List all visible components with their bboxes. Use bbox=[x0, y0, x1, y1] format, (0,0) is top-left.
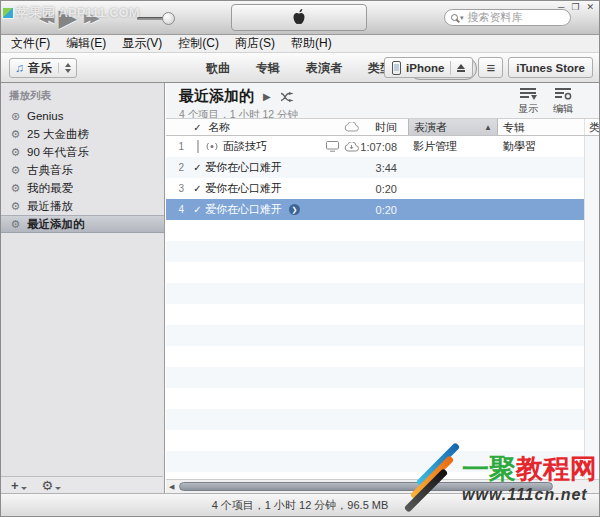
sidebar-item-genius[interactable]: ⊛ Genius bbox=[1, 107, 164, 125]
play-button[interactable]: ▶ bbox=[58, 4, 76, 32]
tab-artists[interactable]: 表演者 bbox=[297, 58, 351, 79]
track-name: 爱你在心口难开 bbox=[205, 181, 282, 196]
playlist-settings-button[interactable]: ⚙ bbox=[42, 479, 62, 492]
iphone-label: iPhone bbox=[406, 62, 444, 74]
plus-icon: + bbox=[11, 479, 19, 492]
titlebar[interactable]: ◀◀ ▶ ▶▶ ▾ 搜索资料库 ─ ❐ ✕ 苹果园 APP111.COM bbox=[1, 1, 599, 35]
tab-albums[interactable]: 专辑 bbox=[247, 58, 289, 79]
minimize-button[interactable]: ─ bbox=[558, 2, 564, 12]
track-time: 1:07:08 bbox=[360, 141, 401, 153]
close-button[interactable]: ✕ bbox=[586, 2, 594, 12]
iphone-device-button[interactable]: iPhone bbox=[384, 57, 473, 78]
column-album[interactable]: 专辑 bbox=[498, 119, 585, 135]
genius-icon: ⊛ bbox=[9, 110, 22, 123]
shuffle-button[interactable] bbox=[280, 92, 296, 102]
sidebar-item-classical[interactable]: ⚙ 古典音乐 bbox=[1, 161, 164, 179]
track-row-4-selected[interactable]: 4 ✓ 爱你在心口难开 ❯ 0:20 bbox=[166, 199, 586, 220]
track-time: 0:20 bbox=[376, 204, 401, 216]
column-name[interactable]: 名称 bbox=[205, 119, 323, 135]
sidebar-item-label: 我的最爱 bbox=[27, 181, 73, 196]
rewind-icon: ◀◀ bbox=[39, 11, 51, 25]
sidebar: 播放列表 ⊛ Genius ⚙ 25 大金曲榜 ⚙ 90 年代音乐 ⚙ 古典音乐… bbox=[1, 83, 165, 493]
play-playlist-button[interactable]: ▶ bbox=[263, 91, 271, 102]
menu-item-help[interactable]: 帮助(H) bbox=[283, 35, 340, 52]
edit-playlist-label: 编辑 bbox=[553, 102, 573, 116]
sidebar-bottom-bar: + ⚙ bbox=[1, 476, 163, 493]
toolbar-right: iPhone ≡ iTunes Store bbox=[384, 57, 593, 78]
sidebar-item-label: 最近播放 bbox=[27, 199, 73, 214]
sidebar-item-favorites[interactable]: ⚙ 我的最爱 bbox=[1, 179, 164, 197]
column-checkbox[interactable]: ✓ bbox=[190, 119, 205, 135]
iphone-icon bbox=[392, 61, 401, 75]
column-number[interactable] bbox=[166, 119, 190, 135]
cloud-download-icon[interactable] bbox=[341, 142, 361, 152]
lcd-display bbox=[231, 4, 367, 31]
volume-slider[interactable] bbox=[137, 12, 171, 24]
menu-item-edit[interactable]: 编辑(E) bbox=[58, 35, 114, 52]
view-options-button[interactable]: 显示 bbox=[518, 88, 538, 116]
row-number: 2 bbox=[178, 162, 190, 173]
previous-button[interactable]: ◀◀ bbox=[39, 11, 51, 25]
check-icon: ✓ bbox=[193, 122, 201, 133]
play-icon: ▶ bbox=[58, 4, 76, 31]
smart-playlist-icon: ⚙ bbox=[9, 200, 22, 213]
sidebar-item-label: 最近添加的 bbox=[27, 217, 85, 232]
track-checkbox-checked[interactable]: ✓ bbox=[190, 183, 205, 194]
column-time[interactable]: 时间 bbox=[361, 119, 401, 135]
row-number: 1 bbox=[178, 141, 190, 152]
smart-playlist-icon: ⚙ bbox=[9, 218, 22, 231]
eject-icon[interactable] bbox=[457, 64, 465, 72]
horizontal-scrollbar[interactable]: ◀ bbox=[166, 479, 599, 493]
smart-playlist-icon: ⚙ bbox=[9, 146, 22, 159]
sidebar-item-label: 90 年代音乐 bbox=[27, 145, 89, 160]
track-checkbox-unchecked[interactable] bbox=[190, 141, 205, 152]
app111-logo-icon bbox=[2, 7, 14, 19]
divider bbox=[450, 61, 451, 75]
streaming-icon bbox=[205, 142, 219, 151]
tab-songs[interactable]: 歌曲 bbox=[197, 58, 239, 79]
menu-item-store[interactable]: 商店(S) bbox=[227, 35, 283, 52]
track-row-2[interactable]: 2 ✓ 爱你在心口难开 3:44 bbox=[166, 157, 586, 178]
menu-item-controls[interactable]: 控制(C) bbox=[170, 35, 227, 52]
scroll-left-arrow-icon[interactable]: ◀ bbox=[169, 483, 174, 491]
search-options-arrow-icon[interactable]: ▾ bbox=[460, 14, 464, 22]
track-options-arrow-icon[interactable]: ❯ bbox=[289, 204, 300, 215]
sidebar-item-label: 古典音乐 bbox=[27, 163, 73, 178]
itunes-store-button[interactable]: iTunes Store bbox=[508, 57, 593, 78]
vertical-scrollbar-track[interactable] bbox=[584, 136, 599, 479]
smart-playlist-icon: ⚙ bbox=[9, 128, 22, 141]
edit-playlist-button[interactable]: 编辑 bbox=[553, 88, 573, 116]
sidebar-item-recently-added[interactable]: ⚙ 最近添加的 bbox=[1, 215, 164, 233]
dropdown-arrow-icon bbox=[21, 487, 27, 490]
sidebar-item-90s-music[interactable]: ⚙ 90 年代音乐 bbox=[1, 143, 164, 161]
menu-item-view[interactable]: 显示(V) bbox=[114, 35, 170, 52]
track-row-1[interactable]: 1 面談技巧 1:07:08 影片管理 勤學習 bbox=[166, 136, 586, 157]
track-row-3[interactable]: 3 ✓ 爱你在心口难开 0:20 bbox=[166, 178, 586, 199]
sidebar-item-label: Genius bbox=[27, 110, 63, 122]
apple-logo-icon bbox=[291, 8, 307, 27]
row-number: 4 bbox=[178, 204, 190, 215]
search-icon bbox=[451, 14, 458, 21]
chevron-up-down-icon bbox=[58, 63, 71, 73]
menu-bar: 文件(F) 编辑(E) 显示(V) 控制(C) 商店(S) 帮助(H) bbox=[1, 35, 599, 53]
row-number: 3 bbox=[178, 183, 190, 194]
column-gap bbox=[401, 119, 408, 135]
maximize-button[interactable]: ❐ bbox=[571, 2, 579, 12]
list-view-button[interactable]: ≡ bbox=[478, 57, 503, 78]
search-input[interactable]: ▾ 搜索资料库 bbox=[444, 9, 571, 26]
sidebar-item-recently-played[interactable]: ⚙ 最近播放 bbox=[1, 197, 164, 215]
playlist-header: 最近添加的 ▶ 4 个项目，1 小时 12 分钟 显示 bbox=[166, 83, 599, 118]
sidebar-item-top25[interactable]: ⚙ 25 大金曲榜 bbox=[1, 125, 164, 143]
column-artist-sorted[interactable]: 表演者 ▲ bbox=[408, 119, 498, 135]
horizontal-scrollbar-thumb[interactable] bbox=[179, 482, 553, 491]
next-button[interactable]: ▶▶ bbox=[84, 11, 96, 25]
track-checkbox-checked[interactable]: ✓ bbox=[190, 204, 205, 215]
menu-item-file[interactable]: 文件(F) bbox=[3, 35, 58, 52]
column-genre[interactable]: 类型 bbox=[585, 119, 599, 135]
add-playlist-button[interactable]: + bbox=[11, 479, 27, 492]
media-picker-button[interactable]: ♫ 音乐 bbox=[9, 58, 77, 78]
volume-knob[interactable] bbox=[162, 12, 175, 25]
column-cloud-status[interactable] bbox=[341, 119, 361, 135]
track-checkbox-checked[interactable]: ✓ bbox=[190, 162, 205, 173]
view-options-icon bbox=[520, 88, 537, 100]
